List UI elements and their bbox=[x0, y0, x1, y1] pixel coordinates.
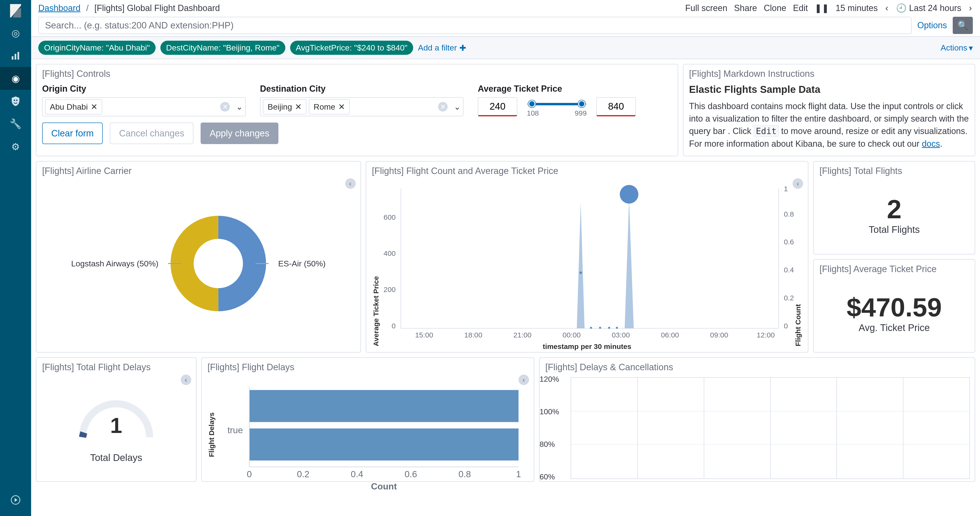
panel-legend-toggle[interactable]: ‹ bbox=[345, 178, 356, 189]
close-icon[interactable]: ✕ bbox=[91, 102, 97, 111]
dest-chip-rome[interactable]: Rome✕ bbox=[309, 99, 350, 114]
dest-chip-beijing[interactable]: Beijing✕ bbox=[263, 99, 306, 114]
share-button[interactable]: Share bbox=[734, 3, 757, 13]
clear-dest-button[interactable]: ✕ bbox=[438, 102, 448, 111]
add-filter-label: Add a filter bbox=[418, 43, 457, 52]
panel-title: [Flights] Total Flights bbox=[814, 162, 975, 179]
filter-bar: OriginCityName: "Abu Dhabi" DestCityName… bbox=[31, 37, 980, 59]
bar-chart-icon bbox=[11, 51, 20, 60]
filter-pill-origin[interactable]: OriginCityName: "Abu Dhabi" bbox=[38, 41, 156, 55]
compass-icon: ◎ bbox=[11, 27, 20, 38]
panel-title: [Flights] Delays & Cancellations bbox=[539, 358, 975, 375]
time-prev-button[interactable]: ‹ bbox=[885, 3, 889, 13]
svg-text:0.4: 0.4 bbox=[351, 469, 363, 479]
svg-text:21:00: 21:00 bbox=[513, 331, 531, 339]
kibana-logo[interactable] bbox=[0, 0, 31, 22]
panel-avg-ticket-price: [Flights] Average Ticket Price $470.59 A… bbox=[813, 259, 975, 352]
flight-delays-chart[interactable]: true 0 0.2 0.4 0.6 0.8 1 Count bbox=[221, 377, 528, 492]
nav-collapse[interactable] bbox=[0, 489, 31, 511]
panel-total-flights: [Flights] Total Flights 2 Total Flights bbox=[813, 161, 975, 254]
price-max-input[interactable] bbox=[596, 97, 636, 116]
clear-origin-button[interactable]: ✕ bbox=[220, 102, 230, 111]
svg-text:12:00: 12:00 bbox=[756, 331, 775, 339]
y-cat-true: true bbox=[228, 425, 243, 435]
nav-discover[interactable]: ◎ bbox=[0, 22, 31, 44]
donut-chart[interactable] bbox=[168, 213, 269, 314]
chevron-down-icon[interactable]: ⌄ bbox=[454, 102, 461, 111]
svg-text:18:00: 18:00 bbox=[464, 331, 482, 339]
y-left-title: Average Ticket Price bbox=[372, 181, 380, 346]
fullscreen-button[interactable]: Full screen bbox=[685, 3, 727, 13]
svg-text:06:00: 06:00 bbox=[661, 331, 679, 339]
docs-link[interactable]: docs bbox=[922, 139, 940, 149]
search-options[interactable]: Options bbox=[916, 20, 948, 30]
caret-down-icon: ▾ bbox=[969, 43, 973, 52]
time-range-button[interactable]: 🕘 Last 24 hours bbox=[896, 3, 961, 13]
chevron-down-icon[interactable]: ⌄ bbox=[236, 102, 243, 111]
wrench-icon: 🔧 bbox=[10, 118, 22, 130]
chip-text: Rome bbox=[313, 102, 336, 111]
nav-visualize[interactable] bbox=[0, 44, 31, 67]
plus-icon: ✚ bbox=[459, 43, 466, 52]
time-range-label: Last 24 hours bbox=[909, 3, 961, 13]
svg-text:00:00: 00:00 bbox=[563, 331, 581, 339]
origin-city-label: Origin City bbox=[42, 84, 246, 94]
svg-rect-1 bbox=[14, 54, 16, 60]
edit-button[interactable]: Edit bbox=[793, 3, 808, 13]
clone-button[interactable]: Clone bbox=[764, 3, 786, 13]
pct-y-labels: 120%100%80%60% bbox=[539, 375, 568, 481]
app-sidebar: ◎ ◉ 🔧 ⚙ bbox=[0, 0, 31, 516]
refresh-interval[interactable]: 15 minutes bbox=[836, 3, 878, 13]
dest-city-select[interactable]: Beijing✕ Rome✕ ✕ ⌄ bbox=[260, 97, 463, 116]
time-next-button[interactable]: › bbox=[968, 3, 973, 13]
chevron-right-icon: › bbox=[969, 3, 972, 13]
chevron-left-icon: ‹ bbox=[523, 376, 525, 384]
nav-dev-tools[interactable]: 🔧 bbox=[0, 113, 31, 135]
nav-management[interactable]: ⚙ bbox=[0, 135, 31, 158]
panel-legend-toggle[interactable]: ‹ bbox=[519, 375, 529, 385]
svg-text:Count: Count bbox=[371, 481, 397, 491]
svg-point-34 bbox=[608, 327, 610, 329]
filter-pill-price[interactable]: AvgTicketPrice: "$240 to $840" bbox=[290, 41, 413, 55]
origin-city-select[interactable]: Abu Dhabi✕ ✕ ⌄ bbox=[42, 97, 246, 116]
breadcrumb: Dashboard / [Flights] Global Flight Dash… bbox=[38, 3, 220, 13]
panel-flight-count: [Flights] Flight Count and Average Ticke… bbox=[366, 161, 808, 352]
delays-cancel-chart[interactable] bbox=[571, 377, 970, 479]
clear-form-button[interactable]: Clear form bbox=[42, 122, 103, 144]
breadcrumb-root[interactable]: Dashboard bbox=[38, 3, 80, 13]
pause-refresh-button[interactable]: ❚❚ bbox=[815, 3, 829, 13]
donut-label-left: Logstash Airways (50%) bbox=[71, 259, 159, 268]
origin-chip-abu-dhabi[interactable]: Abu Dhabi✕ bbox=[45, 99, 102, 114]
slider-min-label: 108 bbox=[527, 109, 539, 117]
nav-security[interactable] bbox=[0, 90, 31, 113]
total-flights-value: 2 bbox=[887, 194, 902, 224]
panel-title: [Flights] Total Flight Delays bbox=[37, 358, 196, 375]
svg-text:0.2: 0.2 bbox=[784, 294, 794, 302]
panel-airline-carrier: [Flights] Airline Carrier ‹ Logstash Air… bbox=[36, 161, 361, 352]
panel-legend-toggle[interactable]: ‹ bbox=[181, 375, 191, 385]
apply-changes-button[interactable]: Apply changes bbox=[200, 122, 278, 144]
breadcrumb-current: [Flights] Global Flight Dashboard bbox=[94, 3, 220, 13]
main-area: Dashboard / [Flights] Global Flight Dash… bbox=[31, 0, 980, 516]
search-submit-button[interactable]: 🔍 bbox=[953, 17, 973, 34]
gauge-circle-icon: ◉ bbox=[11, 73, 20, 84]
price-min-input[interactable] bbox=[478, 97, 517, 116]
nav-dashboard[interactable]: ◉ bbox=[0, 67, 31, 90]
svg-text:15:00: 15:00 bbox=[415, 331, 433, 339]
close-icon[interactable]: ✕ bbox=[338, 102, 345, 111]
chevron-left-icon: ‹ bbox=[185, 376, 187, 384]
shield-icon bbox=[11, 96, 20, 106]
panel-markdown: [Flights] Markdown Instructions Elastic … bbox=[683, 64, 975, 156]
filter-actions-button[interactable]: Actions ▾ bbox=[941, 43, 973, 52]
search-input[interactable]: Search... (e.g. status:200 AND extension… bbox=[38, 17, 912, 34]
top-actions: Full screen Share Clone Edit ❚❚ 15 minut… bbox=[685, 3, 973, 13]
filter-pill-dest[interactable]: DestCityName: "Beijing, Rome" bbox=[161, 41, 285, 55]
price-slider[interactable]: 108999 bbox=[527, 100, 587, 114]
add-filter-button[interactable]: Add a filter ✚ bbox=[418, 43, 466, 52]
chip-text: Abu Dhabi bbox=[50, 102, 88, 111]
cancel-changes-button[interactable]: Cancel changes bbox=[110, 122, 193, 144]
svg-text:1: 1 bbox=[784, 185, 788, 193]
price-label: Average Ticket Price bbox=[478, 84, 672, 94]
close-icon[interactable]: ✕ bbox=[295, 102, 302, 111]
flightcount-chart[interactable]: 0 200 400 600 0 0.2 0.4 0.6 0.8 1 bbox=[380, 181, 794, 346]
